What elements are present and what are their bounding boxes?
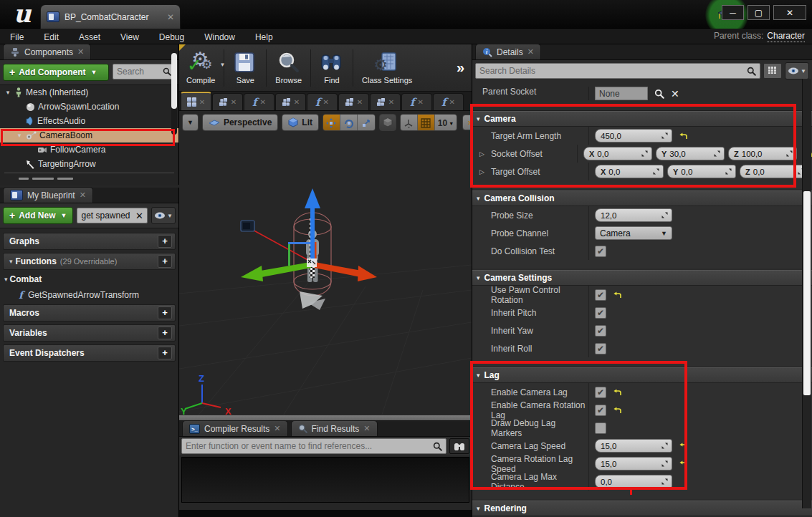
section-header[interactable]: ▾Camera Settings bbox=[472, 270, 812, 286]
my-blueprint-search-input[interactable]: get spawned ✕ bbox=[77, 208, 148, 223]
number-field[interactable]: 450,0 bbox=[595, 129, 672, 142]
expander-icon[interactable]: ▾ bbox=[4, 276, 8, 283]
category-combat[interactable]: ▾Combat bbox=[0, 271, 178, 287]
class-settings-button[interactable]: ⚙ Class Settings bbox=[355, 46, 419, 90]
add-component-button[interactable]: + Add Component ▼ bbox=[3, 64, 109, 81]
surface-snap-button[interactable] bbox=[401, 115, 418, 131]
menu-debug[interactable]: Debug bbox=[149, 32, 194, 42]
minimize-button[interactable]: ─ bbox=[722, 5, 744, 20]
socket-clear-icon[interactable]: ✕ bbox=[671, 88, 679, 100]
checkbox[interactable]: ✔ bbox=[595, 307, 606, 319]
number-field-x[interactable]: X0,0 bbox=[583, 147, 652, 160]
translate-tool-button[interactable] bbox=[323, 115, 340, 131]
menu-view[interactable]: View bbox=[110, 32, 149, 42]
tab-close-icon[interactable]: ✕ bbox=[199, 98, 205, 106]
view-mode-button[interactable]: Lit bbox=[282, 114, 319, 131]
checkbox[interactable]: ✔ bbox=[595, 405, 606, 416]
toolbar-overflow-chevron[interactable]: » bbox=[457, 59, 464, 76]
section-variables[interactable]: Variables + bbox=[3, 324, 176, 342]
tab-components[interactable]: Components ✕ bbox=[3, 44, 91, 59]
socket-search-icon[interactable] bbox=[654, 89, 664, 99]
expander-icon[interactable]: ▷ bbox=[479, 150, 484, 158]
viewport-splitter[interactable] bbox=[179, 415, 472, 421]
compile-button[interactable]: ⚙⚙✓▼ Compile bbox=[179, 46, 222, 90]
doc-tab-2[interactable]: f✕ bbox=[244, 93, 274, 110]
section-header[interactable]: ▾Camera bbox=[472, 111, 812, 127]
doc-tab-5[interactable]: ✕ bbox=[338, 93, 369, 110]
number-field-z[interactable]: Z0,0 bbox=[740, 165, 808, 178]
tab-details[interactable]: i Details ✕ bbox=[475, 44, 541, 59]
number-field[interactable]: 12,0 bbox=[595, 208, 672, 222]
section-event-dispatchers[interactable]: Event Dispatchers + bbox=[3, 344, 176, 362]
checkbox[interactable]: ✔ bbox=[595, 325, 606, 337]
asset-tab-close-icon[interactable]: ✕ bbox=[167, 12, 174, 22]
number-field-z[interactable]: Z100,0 bbox=[728, 147, 797, 160]
camera-mode-button[interactable]: Perspective bbox=[202, 114, 278, 131]
asset-tab[interactable]: BP_CombatCharacter ✕ bbox=[40, 4, 181, 29]
coordinate-space-button[interactable] bbox=[379, 114, 396, 131]
details-scrollbar[interactable] bbox=[802, 79, 811, 508]
number-field[interactable]: 15,0 bbox=[595, 457, 672, 470]
section-header[interactable]: ▾Rendering bbox=[472, 501, 812, 516]
rotate-tool-button[interactable] bbox=[340, 115, 358, 131]
section-header[interactable]: ▾Camera Collision bbox=[472, 190, 812, 206]
section-functions[interactable]: ▾ Functions(29 Overridable) + bbox=[3, 253, 176, 270]
doc-tab-7[interactable]: f✕ bbox=[401, 93, 432, 110]
clear-search-icon[interactable]: ✕ bbox=[135, 211, 143, 221]
number-field-y[interactable]: Y0,0 bbox=[667, 165, 736, 178]
doc-tab-3[interactable]: ✕ bbox=[275, 93, 306, 110]
find-references-input[interactable]: Enter function or event name to find ref… bbox=[181, 438, 446, 454]
function-item[interactable]: fGetSpawnedArrowTransform bbox=[0, 287, 178, 303]
tree-item-followcamera[interactable]: FollowCamera bbox=[0, 142, 178, 157]
doc-tab-6[interactable]: ✕ bbox=[370, 93, 401, 110]
tab-close-icon[interactable]: ✕ bbox=[294, 98, 300, 106]
tab-close-icon[interactable]: ✕ bbox=[388, 98, 394, 106]
viewport[interactable]: ▼ Perspective Lit bbox=[179, 111, 472, 421]
viewport-toolbar-overflow-button[interactable]: » bbox=[462, 115, 472, 130]
tab-my-blueprint[interactable]: My Blueprint ✕ bbox=[3, 187, 93, 203]
parent-class-link[interactable]: Character bbox=[767, 31, 805, 42]
revert-arrow-icon[interactable] bbox=[613, 291, 621, 299]
number-field-y[interactable]: Y30,0 bbox=[656, 147, 725, 160]
chevron-down-icon[interactable]: ▼ bbox=[219, 62, 225, 68]
expander-icon[interactable]: ▾ bbox=[9, 258, 13, 265]
revert-arrow-icon[interactable] bbox=[679, 443, 687, 450]
revert-arrow-icon[interactable] bbox=[613, 407, 621, 414]
add-graphs-button[interactable]: + bbox=[158, 235, 172, 248]
number-field[interactable]: 15,0 bbox=[595, 439, 672, 453]
grid-snap-button[interactable] bbox=[418, 115, 435, 131]
tree-item-targetingarrow[interactable]: TargetingArrow bbox=[0, 157, 178, 171]
details-search-input[interactable]: Search Details bbox=[475, 63, 760, 79]
menu-edit[interactable]: Edit bbox=[34, 32, 69, 42]
tab-close-icon[interactable]: ✕ bbox=[527, 47, 534, 57]
number-field-x[interactable]: X0,0 bbox=[595, 165, 664, 178]
tab-close-icon[interactable]: ✕ bbox=[274, 424, 280, 433]
find-in-blueprints-button[interactable] bbox=[449, 438, 469, 454]
add-event-dispatchers-button[interactable]: + bbox=[158, 347, 172, 359]
maximize-button[interactable]: ▢ bbox=[747, 5, 770, 20]
close-button[interactable]: ✕ bbox=[773, 5, 806, 20]
number-field[interactable]: 0,0 bbox=[595, 475, 672, 488]
expander-icon[interactable]: ▾ bbox=[4, 89, 11, 96]
add-variables-button[interactable]: + bbox=[158, 327, 172, 339]
scale-tool-button[interactable] bbox=[358, 115, 375, 131]
tab-close-icon[interactable]: ✕ bbox=[260, 98, 266, 106]
tab-compiler-results[interactable]: >_Compiler Results✕ bbox=[182, 420, 288, 436]
add-functions-button[interactable]: + bbox=[158, 255, 172, 268]
tab-close-icon[interactable]: ✕ bbox=[357, 98, 363, 106]
details-view-options-button[interactable]: ▼ bbox=[785, 62, 809, 79]
tab-find-results[interactable]: Find Results✕ bbox=[291, 420, 378, 436]
browse-button[interactable]: Browse bbox=[268, 46, 309, 90]
menu-window[interactable]: Window bbox=[194, 32, 245, 42]
doc-tab-1[interactable]: ✕ bbox=[212, 93, 243, 110]
parent-socket-value[interactable]: None bbox=[595, 87, 648, 100]
tab-close-icon[interactable]: ✕ bbox=[77, 47, 84, 57]
tab-close-icon[interactable]: ✕ bbox=[363, 424, 370, 433]
viewport-options-button[interactable]: ▼ bbox=[182, 114, 199, 131]
tree-item-mesh-inherited-[interactable]: ▾ Mesh (Inherited) bbox=[0, 85, 178, 100]
tab-close-icon[interactable]: ✕ bbox=[418, 98, 424, 106]
section-graphs[interactable]: Graphs + bbox=[3, 233, 176, 250]
tab-close-icon[interactable]: ✕ bbox=[80, 190, 86, 200]
menu-asset[interactable]: Asset bbox=[69, 32, 110, 42]
revert-arrow-icon[interactable] bbox=[679, 460, 687, 468]
